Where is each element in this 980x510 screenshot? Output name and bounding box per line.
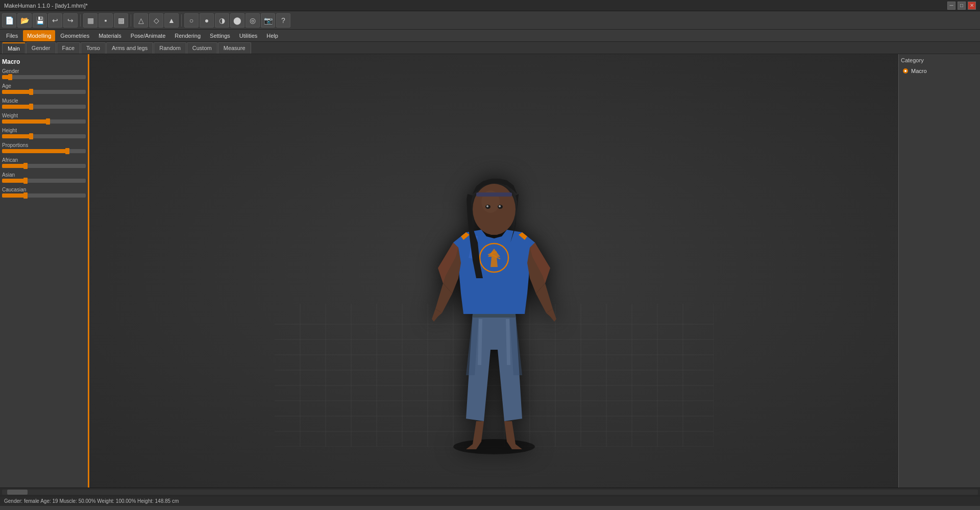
grid2-icon[interactable]: ▪ <box>99 13 113 28</box>
tab-measure[interactable]: Measure <box>218 42 251 54</box>
category-option-label-macro: Macro <box>911 68 927 74</box>
slider-track-gender[interactable] <box>2 75 86 79</box>
radio-macro[interactable] <box>903 68 908 74</box>
help-icon[interactable]: ? <box>276 13 290 28</box>
slider-track-height[interactable] <box>2 134 86 138</box>
tab-torso[interactable]: Torso <box>81 42 106 54</box>
diamond-icon[interactable]: ◇ <box>149 13 163 28</box>
close-button[interactable]: ✕ <box>968 2 976 10</box>
svg-rect-32 <box>476 192 512 197</box>
slider-label-gender: Gender <box>2 68 86 74</box>
slider-group-age: Age <box>2 83 86 94</box>
grid3-icon[interactable]: ▩ <box>114 13 128 28</box>
svg-point-35 <box>486 205 488 207</box>
slider-group-weight: Weight <box>2 113 86 124</box>
slider-thumb-age[interactable] <box>29 89 33 95</box>
slider-label-muscle: Muscle <box>2 98 86 104</box>
slider-thumb-gender[interactable] <box>8 74 12 80</box>
pyramid-icon[interactable]: △ <box>134 13 148 28</box>
open-icon[interactable]: 📂 <box>17 13 32 28</box>
redo-icon[interactable]: ↪ <box>63 13 78 28</box>
tab-face[interactable]: Face <box>57 42 80 54</box>
tab-random[interactable]: Random <box>154 42 186 54</box>
slider-track-african[interactable] <box>2 164 86 168</box>
tab-custom[interactable]: Custom <box>187 42 217 54</box>
menu-item-settings[interactable]: Settings <box>206 30 234 41</box>
slider-label-african: African <box>2 157 86 163</box>
slider-label-caucasian: Caucasian <box>2 187 86 192</box>
sep3 <box>181 14 182 27</box>
circle2-icon[interactable]: ● <box>200 13 214 28</box>
slider-group-caucasian: Caucasian <box>2 187 86 198</box>
tab-arms-and-legs[interactable]: Arms and legs <box>106 42 153 54</box>
slider-fill-weight <box>2 119 48 124</box>
right-panel: Category Macro <box>898 54 980 488</box>
slider-group-height: Height <box>2 128 86 138</box>
menu-item-pose-animate[interactable]: Pose/Animate <box>127 30 169 41</box>
menu-item-rendering[interactable]: Rendering <box>170 30 205 41</box>
menu-item-help[interactable]: Help <box>262 30 282 41</box>
sep1 <box>80 14 81 27</box>
camera-icon[interactable]: 📷 <box>261 13 275 28</box>
slider-track-caucasian[interactable] <box>2 193 86 198</box>
slider-thumb-asian[interactable] <box>23 178 28 184</box>
menu-item-utilities[interactable]: Utilities <box>235 30 261 41</box>
viewport[interactable] <box>89 54 898 488</box>
sphere-icon[interactable]: ⬤ <box>230 13 244 28</box>
slider-track-asian[interactable] <box>2 179 86 183</box>
slider-fill-age <box>2 90 31 94</box>
bottom-scrollbar <box>0 488 980 496</box>
undo-icon[interactable]: ↩ <box>48 13 62 28</box>
slider-label-weight: Weight <box>2 113 86 118</box>
slider-fill-height <box>2 134 31 138</box>
save-icon[interactable]: 💾 <box>33 13 47 28</box>
slider-fill-caucasian <box>2 193 26 198</box>
slider-track-age[interactable] <box>2 90 86 94</box>
slider-thumb-caucasian[interactable] <box>23 192 28 199</box>
menu-item-geometries[interactable]: Geometries <box>56 30 93 41</box>
minimize-button[interactable]: ─ <box>947 2 955 10</box>
slider-label-asian: Asian <box>2 172 86 178</box>
sep2 <box>131 14 131 27</box>
slider-thumb-weight[interactable] <box>46 118 50 125</box>
triangle-icon[interactable]: ▲ <box>164 13 179 28</box>
maximize-button[interactable]: □ <box>958 2 966 10</box>
slider-thumb-muscle[interactable] <box>29 104 33 110</box>
status-text: Gender: female Age: 19 Muscle: 50.00% We… <box>4 498 179 504</box>
halfcircle-icon[interactable]: ◑ <box>215 13 229 28</box>
menu-item-modelling[interactable]: Modelling <box>23 30 55 41</box>
tab-main[interactable]: Main <box>2 42 26 54</box>
status-bar: Gender: female Age: 19 Muscle: 50.00% We… <box>0 496 980 506</box>
menu-item-files[interactable]: Files <box>2 30 22 41</box>
slider-thumb-height[interactable] <box>29 133 33 139</box>
slider-track-weight[interactable] <box>2 119 86 124</box>
title-bar-controls: ─ □ ✕ <box>947 2 976 10</box>
tab-bar: MainGenderFaceTorsoArms and legsRandomCu… <box>0 42 980 54</box>
slider-group-proportions: Proportions <box>2 142 86 153</box>
slider-track-muscle[interactable] <box>2 105 86 109</box>
title-bar-title: MakeHuman 1.1.0 - [lady1.mhm]* <box>4 3 88 9</box>
grid1-icon[interactable]: ▦ <box>83 13 97 28</box>
tab-gender[interactable]: Gender <box>26 42 56 54</box>
character-model <box>397 120 591 457</box>
section-title-macro: Macro <box>2 57 86 66</box>
menu-bar: FilesModellingGeometriesMaterialsPose/An… <box>0 30 980 42</box>
ring-icon[interactable]: ◎ <box>246 13 260 28</box>
toolbar: 📄📂💾↩↪▦▪▩△◇▲○●◑⬤◎📷? <box>0 11 980 30</box>
category-option-macro[interactable]: Macro <box>901 66 978 76</box>
new-icon[interactable]: 📄 <box>2 13 16 28</box>
slider-fill-muscle <box>2 105 31 109</box>
category-options: Macro <box>901 66 978 76</box>
sliders-container: GenderAgeMuscleWeightHeightProportionsAf… <box>2 68 86 198</box>
slider-track-proportions[interactable] <box>2 149 86 153</box>
svg-point-26 <box>453 439 535 454</box>
slider-fill-proportions <box>2 149 67 153</box>
slider-label-proportions: Proportions <box>2 142 86 148</box>
slider-thumb-proportions[interactable] <box>65 148 69 154</box>
slider-group-african: African <box>2 157 86 168</box>
menu-item-materials[interactable]: Materials <box>94 30 126 41</box>
slider-label-height: Height <box>2 128 86 133</box>
slider-thumb-african[interactable] <box>23 163 28 169</box>
circle-icon[interactable]: ○ <box>184 13 199 28</box>
left-panel: Macro GenderAgeMuscleWeightHeightProport… <box>0 54 89 488</box>
